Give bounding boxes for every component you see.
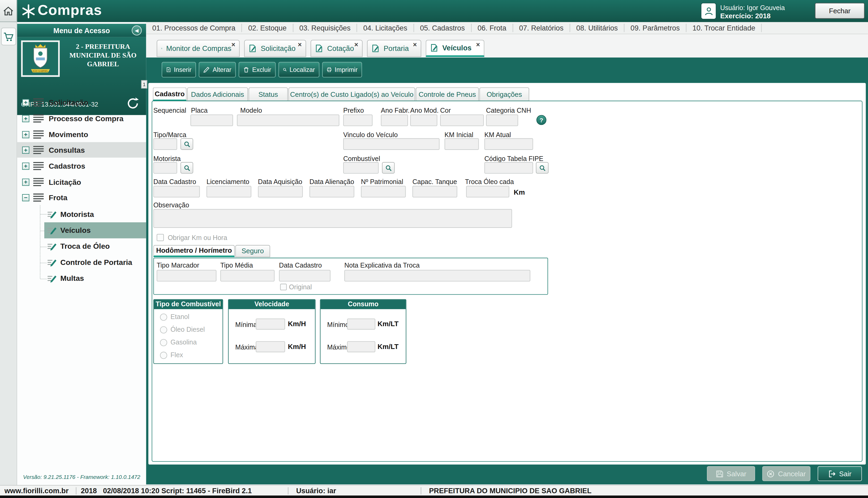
codigo-fipe-input[interactable]: [484, 162, 533, 174]
combustivel-search-button[interactable]: [382, 162, 395, 174]
sidebar-item-motorista[interactable]: Motorista: [17, 206, 146, 222]
sidebar-item-frota[interactable]: − Frota: [17, 189, 146, 205]
expand-plus-icon[interactable]: +: [22, 115, 29, 122]
form-tab-status[interactable]: Status: [248, 88, 288, 101]
menu-processos-de-compra[interactable]: 01. Processos de Compra: [146, 24, 242, 32]
menu-requisicoes[interactable]: 03. Requisições: [293, 24, 357, 32]
ano-fabr-input[interactable]: [381, 115, 408, 126]
km-inicial-input[interactable]: [445, 138, 479, 150]
home-button[interactable]: [0, 0, 17, 22]
collapse-minus-icon[interactable]: −: [22, 194, 29, 201]
data-aquisicao-input[interactable]: [258, 186, 303, 198]
tipo-marca-search-button[interactable]: [180, 138, 193, 150]
localizar-button[interactable]: Localizar: [279, 62, 319, 77]
cart-button[interactable]: [1, 28, 16, 45]
sidebar-item-movimento[interactable]: + Movimento: [17, 127, 146, 142]
menu-trocar-entidade[interactable]: 10. Trocar Entidade: [687, 24, 762, 32]
radio-flex[interactable]: Flex: [160, 351, 183, 359]
subtab-hodometro-horimetro[interactable]: Hodômetro / Horímetro: [153, 245, 235, 257]
form-tab-obrigacoes[interactable]: Obrigações: [480, 88, 529, 101]
form-tab-controle-de-pneus[interactable]: Controle de Pneus: [416, 88, 479, 101]
panel-splitter-handle[interactable]: 1: [141, 80, 147, 88]
imprimir-button[interactable]: Imprimir: [322, 62, 362, 77]
radio-oleo-diesel[interactable]: Óleo Diesel: [160, 326, 205, 333]
tab-solicitacao[interactable]: Solicitação ×: [244, 40, 306, 57]
subtab-seguro[interactable]: Seguro: [235, 245, 270, 257]
vinculo-input[interactable]: [343, 138, 439, 150]
close-tab-icon[interactable]: ×: [354, 41, 358, 49]
sair-button[interactable]: Sair: [818, 466, 862, 481]
sidebar-item-cadastros[interactable]: + Cadastros: [17, 158, 146, 173]
user-icon[interactable]: [701, 3, 716, 19]
velocidade-maxima-input[interactable]: [256, 341, 285, 352]
capac-tanque-input[interactable]: [412, 186, 457, 198]
prefixo-input[interactable]: [343, 115, 373, 126]
categoria-cnh-input[interactable]: [486, 115, 518, 126]
radio-etanol[interactable]: Etanol: [160, 313, 190, 320]
motorista-search-button[interactable]: [180, 162, 193, 174]
menu-utilitarios[interactable]: 08. Utilitários: [570, 24, 625, 32]
original-checkbox[interactable]: [280, 284, 287, 290]
troca-oleo-input[interactable]: [466, 186, 509, 198]
expand-plus-icon[interactable]: +: [22, 131, 29, 138]
sidebar-item-multas[interactable]: Multas: [17, 271, 146, 286]
consumo-maximo-input[interactable]: [347, 341, 375, 352]
expand-plus-icon[interactable]: +: [22, 162, 29, 169]
close-tab-icon[interactable]: ×: [476, 41, 480, 49]
menu-frota[interactable]: 06. Frota: [471, 24, 513, 32]
inserir-button[interactable]: Inserir: [162, 62, 196, 77]
expand-plus-icon[interactable]: +: [22, 146, 29, 154]
sidebar-item-veiculos[interactable]: Veículos: [17, 222, 146, 238]
radio-gasolina[interactable]: Gasolina: [160, 338, 197, 346]
fechar-button[interactable]: Fechar: [815, 3, 865, 18]
hod-data-cadastro-input[interactable]: [279, 270, 331, 281]
collapse-sidebar-button[interactable]: ◀: [132, 25, 142, 36]
sidebar-item-consultas[interactable]: + Consultas: [17, 142, 146, 158]
tipo-media-input[interactable]: [220, 270, 275, 281]
tab-cotacao[interactable]: Cotação ×: [310, 40, 362, 57]
close-tab-icon[interactable]: ×: [231, 41, 235, 49]
data-alienacao-input[interactable]: [309, 186, 354, 198]
menu-estoque[interactable]: 02. Estoque: [242, 24, 293, 32]
cor-input[interactable]: [440, 115, 484, 126]
ano-mod-input[interactable]: [410, 115, 437, 126]
close-tab-icon[interactable]: ×: [413, 41, 417, 49]
menu-licitacoes[interactable]: 04. Licitações: [357, 24, 414, 32]
alterar-button[interactable]: Alterar: [199, 62, 236, 77]
cancelar-button[interactable]: Cancelar: [762, 466, 810, 481]
consumo-minimo-input[interactable]: [347, 318, 375, 330]
data-cadastro-input[interactable]: [153, 186, 200, 198]
help-icon[interactable]: ?: [536, 115, 547, 125]
obrigar-km-checkbox[interactable]: [157, 234, 164, 241]
menu-relatorios[interactable]: 07. Relatórios: [513, 24, 570, 32]
close-tab-icon[interactable]: ×: [298, 41, 302, 49]
sidebar-item-solicitacao[interactable]: + Solicitação: [17, 95, 146, 110]
tipo-marca-input[interactable]: [153, 138, 177, 150]
motorista-input[interactable]: [153, 162, 177, 174]
tab-veiculos[interactable]: Veículos ×: [426, 40, 484, 57]
form-tab-cadastro[interactable]: Cadastro: [153, 88, 187, 101]
sidebar-item-processo-de-compra[interactable]: + Processo de Compra: [17, 110, 146, 126]
tipo-marcador-input[interactable]: [157, 270, 216, 281]
salvar-button[interactable]: Salvar: [707, 466, 755, 481]
tab-monitor-de-compras[interactable]: Monitor de Compras ×: [157, 40, 240, 57]
codigo-fipe-search-button[interactable]: [536, 162, 549, 174]
velocidade-minima-input[interactable]: [256, 318, 285, 330]
menu-parametros[interactable]: 09. Parâmetros: [624, 24, 686, 32]
sidebar-item-troca-de-oleo[interactable]: Troca de Óleo: [17, 238, 146, 254]
menu-cadastros[interactable]: 05. Cadastros: [414, 24, 471, 32]
placa-input[interactable]: [190, 115, 233, 126]
sidebar-item-licitacao[interactable]: + Licitação: [17, 174, 146, 189]
nota-troca-input[interactable]: [344, 270, 531, 281]
licenciamento-input[interactable]: [206, 186, 251, 198]
observacao-textarea[interactable]: [153, 209, 512, 228]
sidebar-item-controle-de-portaria[interactable]: Controle de Portaria: [17, 254, 146, 270]
n-patrimonial-input[interactable]: [361, 186, 406, 198]
combustivel-input[interactable]: [343, 162, 379, 174]
form-tab-centros-de-custo[interactable]: Centro(s) de Custo Ligado(s) ao Veículo: [289, 88, 416, 101]
expand-plus-icon[interactable]: +: [22, 179, 29, 186]
modelo-input[interactable]: [237, 115, 340, 126]
expand-plus-icon[interactable]: +: [22, 99, 29, 106]
form-tab-dados-adicionais[interactable]: Dados Adicionais: [187, 88, 248, 101]
excluir-button[interactable]: Excluir: [239, 62, 276, 77]
